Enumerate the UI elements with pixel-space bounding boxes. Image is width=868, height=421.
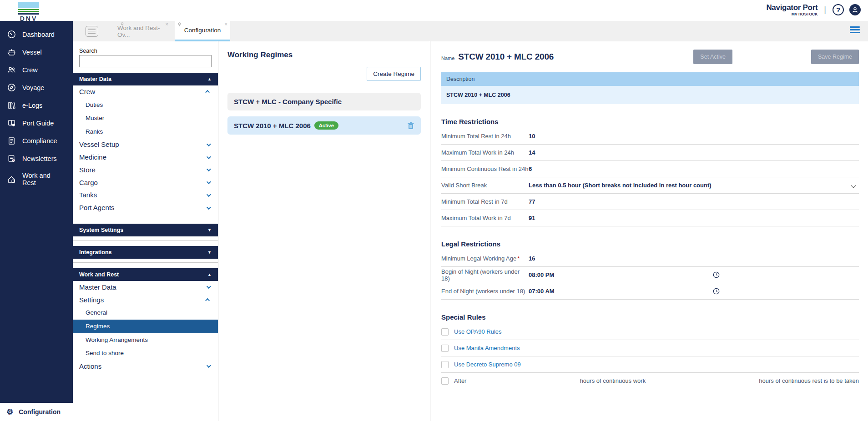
collapse-triangle-icon: ▲ <box>207 77 212 81</box>
description-value[interactable]: STCW 2010 + MLC 2006 <box>441 86 859 104</box>
delete-regime-button[interactable] <box>407 122 414 130</box>
tree-section-work-and-rest[interactable]: Work and Rest ▲ <box>73 268 218 281</box>
clock-icon[interactable] <box>713 271 720 278</box>
person-icon <box>852 6 858 13</box>
sidebar-item-port-guide[interactable]: Port Guide <box>0 114 73 132</box>
field-value[interactable]: 08:00 PM <box>529 271 713 278</box>
set-active-button[interactable]: Set Active <box>693 50 732 64</box>
tree-item-crew[interactable]: Crew <box>73 85 218 98</box>
dnv-logo-sky-bar <box>18 2 39 8</box>
tree-item-ranks[interactable]: Ranks <box>73 125 218 139</box>
field-row-min-continuous-rest-24h: Minimum Continuous Rest in 24h 6 <box>441 161 859 177</box>
valid-short-break-select[interactable]: Less than 0.5 hour (Short breaks not inc… <box>529 182 852 189</box>
search-label: Search <box>79 48 212 54</box>
app-window: DNV Navigator Port MV ROSTOCK | ? <box>0 0 868 421</box>
tree-item-store[interactable]: Store <box>73 164 218 176</box>
tree-item-medicine[interactable]: Medicine <box>73 151 218 164</box>
tree-item-vessel-setup[interactable]: Vessel Setup <box>73 138 218 151</box>
chevron-down-icon[interactable] <box>851 183 856 188</box>
tab-list-icon[interactable] <box>86 26 98 37</box>
sidebar-item-label: e-Logs <box>22 102 42 109</box>
use-opa90-checkbox[interactable] <box>441 328 449 336</box>
field-value[interactable]: 91 <box>529 215 535 221</box>
sidebar-item-label: Work and Rest <box>22 172 66 186</box>
special-rule-row-opa90: Use OPA90 Rules <box>441 324 859 340</box>
sidebar-item-work-and-rest[interactable]: Work and Rest <box>0 167 73 191</box>
tree-item-regimes[interactable]: Regimes <box>73 320 218 333</box>
sidebar-item-compliance[interactable]: Compliance <box>0 132 73 150</box>
account-icon[interactable] <box>849 4 861 15</box>
save-regime-button[interactable]: Save Regime <box>811 50 859 64</box>
use-decreto-checkbox[interactable] <box>441 361 449 368</box>
chevron-down-icon <box>207 192 211 197</box>
sidebar-item-dashboard[interactable]: Dashboard <box>0 25 73 43</box>
field-value[interactable]: 10 <box>529 133 535 140</box>
menu-hamburger-icon[interactable] <box>850 26 860 35</box>
tab-work-and-rest-overview[interactable]: Work and Rest-Ov... × <box>117 21 171 41</box>
tab-configuration[interactable]: Configuration × <box>175 21 230 41</box>
tree-item-general[interactable]: General <box>73 306 218 320</box>
tree-item-tanks[interactable]: Tanks <box>73 189 218 201</box>
tree-item-label: Cargo <box>79 178 98 188</box>
tree-item-working-arrangements[interactable]: Working Arrangements <box>73 333 218 347</box>
use-manila-checkbox[interactable] <box>441 345 449 352</box>
chevron-down-icon <box>207 363 211 368</box>
tree-item-label: Master Data <box>79 282 116 292</box>
sidebar-item-label: Newsletters <box>22 155 57 162</box>
top-header-bar: DNV Navigator Port MV ROSTOCK | ? <box>0 0 868 21</box>
tree-section-integrations[interactable]: Integrations ▼ <box>73 246 218 259</box>
field-label: Minimum Total Rest in 7d <box>441 198 529 205</box>
tab-label: Work and Rest-Ov... <box>117 25 171 38</box>
regime-list-item[interactable]: STCW + MLC - Company Specific <box>227 93 421 110</box>
sidebar-item-configuration[interactable]: ⚙ Configuration <box>0 403 73 421</box>
sidebar-item-voyage[interactable]: Voyage <box>0 79 73 96</box>
sidebar-item-label: Port Guide <box>22 120 54 127</box>
hours-continuous-work-label: hours of continuous work <box>580 377 646 384</box>
tree-item-label: Port Agents <box>79 203 115 213</box>
sidebar-item-crew[interactable]: Crew <box>0 61 73 79</box>
tree-item-port-agents[interactable]: Port Agents <box>73 201 218 214</box>
help-icon[interactable]: ? <box>833 4 844 15</box>
checkbox-label[interactable]: Use Manila Amendments <box>454 345 520 351</box>
primary-sidebar: Dashboard Vessel <box>0 21 73 403</box>
field-value[interactable]: 07:00 AM <box>529 288 713 295</box>
sidebar-item-newsletters[interactable]: i Newsletters <box>0 150 73 167</box>
tree-item-duties[interactable]: Duties <box>73 98 218 112</box>
dnv-logo-navy-bar <box>18 13 39 15</box>
chevron-up-icon <box>205 90 210 95</box>
close-icon[interactable]: × <box>225 21 227 27</box>
tree-item-muster[interactable]: Muster <box>73 111 218 125</box>
field-value[interactable]: 16 <box>529 255 535 262</box>
sidebar-item-vessel[interactable]: Vessel <box>0 43 73 61</box>
tree-item-cargo[interactable]: Cargo <box>73 176 218 189</box>
tree-item-label: General <box>86 308 107 317</box>
field-row-min-legal-working-age: Minimum Legal Working Age* 16 <box>441 251 859 267</box>
sidebar-item-elogs[interactable]: e-Logs <box>0 96 73 114</box>
tree-item-wr-settings[interactable]: Settings <box>73 294 218 306</box>
tree-item-label: Ranks <box>86 127 103 136</box>
tree-section-system-settings[interactable]: System Settings ▼ <box>73 224 218 236</box>
field-row-min-total-rest-7d: Minimum Total Rest in 7d 77 <box>441 194 859 210</box>
search-input[interactable] <box>79 55 212 67</box>
create-regime-button[interactable]: Create Regime <box>367 67 421 81</box>
checkbox-label[interactable]: Use OPA90 Rules <box>454 328 502 335</box>
field-value[interactable]: 14 <box>529 149 535 156</box>
tree-item-label: Settings <box>79 295 104 305</box>
tree-item-label: Actions <box>79 361 101 371</box>
tree-item-wr-master-data[interactable]: Master Data <box>73 281 218 294</box>
checkbox-label[interactable]: Use Decreto Supremo 09 <box>454 361 521 368</box>
regime-list-item-active[interactable]: STCW 2010 + MLC 2006 Active <box>227 116 421 135</box>
clock-icon[interactable] <box>713 288 720 295</box>
field-value[interactable]: 77 <box>529 198 535 205</box>
tree-item-label: Duties <box>86 100 103 110</box>
tree-section-master-data[interactable]: Master Data ▲ <box>73 73 218 85</box>
tree-item-send-to-shore[interactable]: Send to shore <box>73 346 218 360</box>
tree-item-actions[interactable]: Actions <box>73 360 218 373</box>
work-rest-icon <box>7 175 16 184</box>
panel-title: Working Regimes <box>227 50 421 60</box>
after-rule-checkbox[interactable] <box>441 377 449 385</box>
field-label: Maximum Total Work in 24h <box>441 149 529 156</box>
newsletters-icon: i <box>7 154 16 163</box>
close-icon[interactable]: × <box>166 21 168 27</box>
field-value[interactable]: 6 <box>529 165 532 172</box>
